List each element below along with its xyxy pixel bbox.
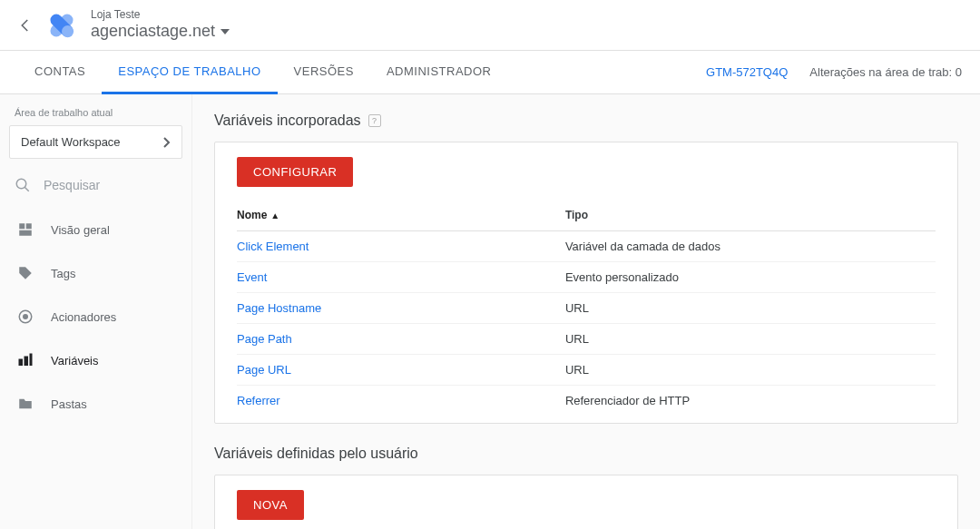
variable-name-link[interactable]: Page URL: [237, 363, 291, 377]
table-row[interactable]: Click ElementVariável da camada de dados: [237, 231, 936, 262]
workspace-changes-label: Alterações na área de trab: 0: [809, 65, 962, 79]
variables-icon: [16, 351, 34, 369]
workspace-name: Default Workspace: [21, 135, 121, 149]
sidebar-item-overview[interactable]: Visão geral: [0, 208, 191, 251]
sidebar-item-tags[interactable]: Tags: [0, 251, 191, 295]
table-row[interactable]: Page HostnameURL: [237, 293, 936, 324]
main-content: Variáveis incorporadas ? CONFIGURAR Nome…: [192, 94, 980, 529]
svg-rect-6: [19, 230, 32, 236]
workspace-selector[interactable]: Default Workspace: [9, 125, 182, 159]
builtin-variables-card: CONFIGURAR Nome ▲ Tipo Click ElementVari…: [214, 142, 958, 424]
container-id-link[interactable]: GTM-572TQ4Q: [706, 65, 788, 79]
svg-rect-5: [26, 223, 32, 229]
builtin-variables-table: Nome ▲ Tipo Click ElementVariável da cam…: [237, 200, 936, 416]
container-name: agenciastage.net: [91, 21, 215, 42]
workspace-section-label: Área de trabalho atual: [0, 94, 191, 122]
builtin-variables-title: Variáveis incorporadas: [214, 113, 361, 129]
back-arrow-icon[interactable]: [15, 15, 36, 36]
caret-down-icon: [220, 29, 230, 34]
column-header-name[interactable]: Nome ▲: [237, 209, 565, 221]
sidebar-item-variables[interactable]: Variáveis: [0, 338, 191, 382]
new-button[interactable]: NOVA: [237, 490, 304, 520]
search-icon: [15, 177, 31, 193]
folder-icon: [16, 395, 34, 413]
configure-button[interactable]: CONFIGURAR: [237, 157, 353, 187]
table-row[interactable]: Page PathURL: [237, 324, 936, 355]
target-icon: [16, 308, 34, 326]
user-variables-card: NOVA: [214, 475, 958, 529]
app-header: Loja Teste agenciastage.net: [0, 0, 980, 51]
sidebar-item-label: Acionadores: [51, 310, 116, 324]
sidebar: Área de trabalho atual Default Workspace…: [0, 94, 192, 529]
variable-type: Variável da camada de dados: [565, 231, 936, 262]
sidebar-item-label: Variáveis: [51, 354, 99, 367]
sidebar-item-label: Pastas: [51, 397, 87, 411]
svg-rect-9: [19, 359, 24, 367]
variable-name-link[interactable]: Page Hostname: [237, 301, 321, 315]
svg-point-2: [62, 25, 74, 37]
search-input[interactable]: [44, 178, 202, 192]
sidebar-item-folders[interactable]: Pastas: [0, 382, 191, 426]
column-header-type[interactable]: Tipo: [565, 200, 936, 231]
variable-name-link[interactable]: Click Element: [237, 240, 309, 253]
table-row[interactable]: Page URLURL: [237, 355, 936, 386]
svg-rect-4: [19, 223, 24, 229]
tab-versoes[interactable]: VERSÕES: [278, 51, 370, 94]
tab-contas[interactable]: CONTAS: [18, 51, 102, 94]
variable-name-link[interactable]: Referrer: [237, 394, 280, 407]
sidebar-search[interactable]: [0, 168, 191, 202]
variable-type: Evento personalizado: [565, 262, 936, 293]
variable-type: Referenciador de HTTP: [565, 386, 936, 416]
svg-rect-11: [30, 354, 33, 367]
help-icon[interactable]: ?: [368, 114, 381, 127]
dashboard-icon: [16, 220, 34, 239]
variable-name-link[interactable]: Event: [237, 270, 267, 284]
sidebar-item-triggers[interactable]: Acionadores: [0, 295, 191, 338]
tag-icon: [16, 264, 34, 282]
tab-admin[interactable]: ADMINISTRADOR: [370, 51, 508, 94]
table-row[interactable]: EventEvento personalizado: [237, 262, 936, 293]
svg-point-3: [16, 179, 26, 189]
svg-rect-10: [24, 357, 29, 367]
user-variables-title: Variáveis definidas pelo usuário: [214, 446, 418, 462]
container-switcher[interactable]: agenciastage.net: [91, 21, 230, 42]
sidebar-item-label: Tags: [51, 267, 75, 280]
tab-workspace[interactable]: ESPAÇO DE TRABALHO: [102, 51, 277, 94]
variable-name-link[interactable]: Page Path: [237, 332, 292, 346]
gtm-logo-icon: [47, 11, 76, 40]
variable-type: URL: [565, 355, 936, 386]
chevron-right-icon: [163, 137, 171, 148]
account-name: Loja Teste: [91, 8, 230, 21]
variable-type: URL: [565, 324, 936, 355]
main-tabs: CONTAS ESPAÇO DE TRABALHO VERSÕES ADMINI…: [0, 51, 980, 94]
sidebar-item-label: Visão geral: [51, 223, 110, 237]
variable-type: URL: [565, 293, 936, 324]
table-row[interactable]: ReferrerReferenciador de HTTP: [237, 386, 936, 416]
sort-asc-icon: ▲: [270, 211, 279, 220]
svg-point-8: [24, 315, 28, 319]
